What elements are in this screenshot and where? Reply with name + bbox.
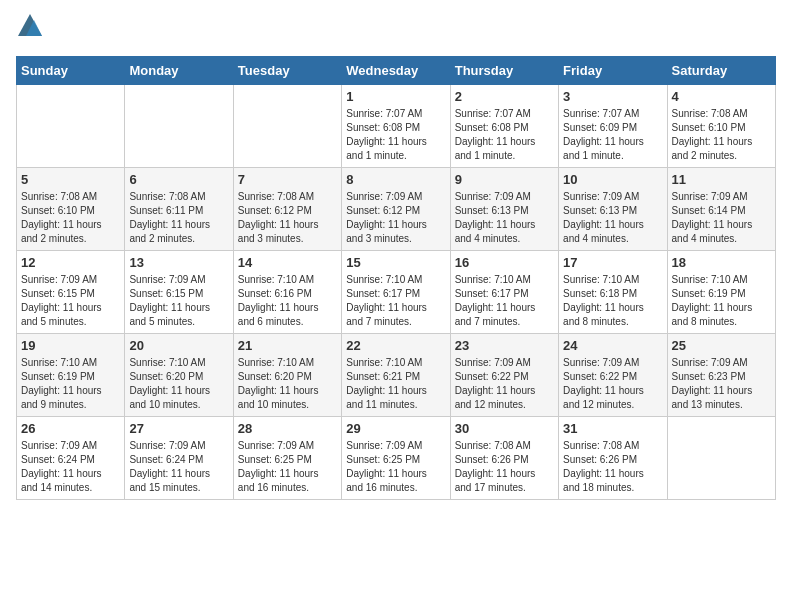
- page-header: [16, 16, 776, 44]
- day-number: 20: [129, 338, 228, 353]
- day-info: Sunrise: 7:08 AM Sunset: 6:12 PM Dayligh…: [238, 190, 337, 246]
- calendar-header-wednesday: Wednesday: [342, 57, 450, 85]
- calendar-cell: 14Sunrise: 7:10 AM Sunset: 6:16 PM Dayli…: [233, 251, 341, 334]
- day-number: 7: [238, 172, 337, 187]
- day-number: 31: [563, 421, 662, 436]
- day-info: Sunrise: 7:09 AM Sunset: 6:22 PM Dayligh…: [563, 356, 662, 412]
- day-number: 3: [563, 89, 662, 104]
- calendar-cell: 7Sunrise: 7:08 AM Sunset: 6:12 PM Daylig…: [233, 168, 341, 251]
- day-info: Sunrise: 7:09 AM Sunset: 6:24 PM Dayligh…: [21, 439, 120, 495]
- day-number: 27: [129, 421, 228, 436]
- calendar-cell: 12Sunrise: 7:09 AM Sunset: 6:15 PM Dayli…: [17, 251, 125, 334]
- day-info: Sunrise: 7:08 AM Sunset: 6:10 PM Dayligh…: [672, 107, 771, 163]
- day-number: 1: [346, 89, 445, 104]
- logo: [16, 16, 48, 44]
- calendar-cell: 11Sunrise: 7:09 AM Sunset: 6:14 PM Dayli…: [667, 168, 775, 251]
- day-number: 17: [563, 255, 662, 270]
- day-number: 28: [238, 421, 337, 436]
- calendar-cell: 28Sunrise: 7:09 AM Sunset: 6:25 PM Dayli…: [233, 417, 341, 500]
- calendar-cell: 25Sunrise: 7:09 AM Sunset: 6:23 PM Dayli…: [667, 334, 775, 417]
- day-info: Sunrise: 7:08 AM Sunset: 6:10 PM Dayligh…: [21, 190, 120, 246]
- calendar-header-tuesday: Tuesday: [233, 57, 341, 85]
- day-number: 9: [455, 172, 554, 187]
- calendar-cell: [17, 85, 125, 168]
- day-number: 10: [563, 172, 662, 187]
- calendar-week-row: 12Sunrise: 7:09 AM Sunset: 6:15 PM Dayli…: [17, 251, 776, 334]
- calendar-cell: 18Sunrise: 7:10 AM Sunset: 6:19 PM Dayli…: [667, 251, 775, 334]
- calendar-cell: [125, 85, 233, 168]
- day-info: Sunrise: 7:10 AM Sunset: 6:21 PM Dayligh…: [346, 356, 445, 412]
- calendar-cell: 2Sunrise: 7:07 AM Sunset: 6:08 PM Daylig…: [450, 85, 558, 168]
- day-info: Sunrise: 7:09 AM Sunset: 6:22 PM Dayligh…: [455, 356, 554, 412]
- day-number: 23: [455, 338, 554, 353]
- calendar-week-row: 1Sunrise: 7:07 AM Sunset: 6:08 PM Daylig…: [17, 85, 776, 168]
- day-number: 5: [21, 172, 120, 187]
- day-number: 25: [672, 338, 771, 353]
- calendar-header-row: SundayMondayTuesdayWednesdayThursdayFrid…: [17, 57, 776, 85]
- day-info: Sunrise: 7:09 AM Sunset: 6:25 PM Dayligh…: [346, 439, 445, 495]
- day-info: Sunrise: 7:07 AM Sunset: 6:09 PM Dayligh…: [563, 107, 662, 163]
- day-info: Sunrise: 7:09 AM Sunset: 6:25 PM Dayligh…: [238, 439, 337, 495]
- calendar-cell: 6Sunrise: 7:08 AM Sunset: 6:11 PM Daylig…: [125, 168, 233, 251]
- day-info: Sunrise: 7:10 AM Sunset: 6:20 PM Dayligh…: [238, 356, 337, 412]
- calendar-cell: 27Sunrise: 7:09 AM Sunset: 6:24 PM Dayli…: [125, 417, 233, 500]
- day-number: 29: [346, 421, 445, 436]
- day-info: Sunrise: 7:07 AM Sunset: 6:08 PM Dayligh…: [346, 107, 445, 163]
- calendar-cell: 3Sunrise: 7:07 AM Sunset: 6:09 PM Daylig…: [559, 85, 667, 168]
- calendar-cell: [667, 417, 775, 500]
- calendar-cell: 22Sunrise: 7:10 AM Sunset: 6:21 PM Dayli…: [342, 334, 450, 417]
- calendar-week-row: 26Sunrise: 7:09 AM Sunset: 6:24 PM Dayli…: [17, 417, 776, 500]
- calendar-week-row: 19Sunrise: 7:10 AM Sunset: 6:19 PM Dayli…: [17, 334, 776, 417]
- day-info: Sunrise: 7:08 AM Sunset: 6:11 PM Dayligh…: [129, 190, 228, 246]
- day-number: 18: [672, 255, 771, 270]
- day-number: 13: [129, 255, 228, 270]
- calendar-header-thursday: Thursday: [450, 57, 558, 85]
- day-number: 30: [455, 421, 554, 436]
- calendar-cell: 17Sunrise: 7:10 AM Sunset: 6:18 PM Dayli…: [559, 251, 667, 334]
- day-info: Sunrise: 7:08 AM Sunset: 6:26 PM Dayligh…: [455, 439, 554, 495]
- day-number: 6: [129, 172, 228, 187]
- day-number: 14: [238, 255, 337, 270]
- day-info: Sunrise: 7:09 AM Sunset: 6:12 PM Dayligh…: [346, 190, 445, 246]
- calendar-cell: 15Sunrise: 7:10 AM Sunset: 6:17 PM Dayli…: [342, 251, 450, 334]
- calendar-week-row: 5Sunrise: 7:08 AM Sunset: 6:10 PM Daylig…: [17, 168, 776, 251]
- calendar-cell: 16Sunrise: 7:10 AM Sunset: 6:17 PM Dayli…: [450, 251, 558, 334]
- calendar-cell: 8Sunrise: 7:09 AM Sunset: 6:12 PM Daylig…: [342, 168, 450, 251]
- day-number: 22: [346, 338, 445, 353]
- calendar-header-monday: Monday: [125, 57, 233, 85]
- day-number: 21: [238, 338, 337, 353]
- calendar-cell: 26Sunrise: 7:09 AM Sunset: 6:24 PM Dayli…: [17, 417, 125, 500]
- day-number: 26: [21, 421, 120, 436]
- day-info: Sunrise: 7:09 AM Sunset: 6:13 PM Dayligh…: [455, 190, 554, 246]
- day-info: Sunrise: 7:09 AM Sunset: 6:15 PM Dayligh…: [129, 273, 228, 329]
- calendar-cell: 23Sunrise: 7:09 AM Sunset: 6:22 PM Dayli…: [450, 334, 558, 417]
- day-info: Sunrise: 7:08 AM Sunset: 6:26 PM Dayligh…: [563, 439, 662, 495]
- day-info: Sunrise: 7:10 AM Sunset: 6:16 PM Dayligh…: [238, 273, 337, 329]
- day-info: Sunrise: 7:09 AM Sunset: 6:23 PM Dayligh…: [672, 356, 771, 412]
- calendar-header-saturday: Saturday: [667, 57, 775, 85]
- calendar-cell: 19Sunrise: 7:10 AM Sunset: 6:19 PM Dayli…: [17, 334, 125, 417]
- day-info: Sunrise: 7:10 AM Sunset: 6:20 PM Dayligh…: [129, 356, 228, 412]
- day-number: 16: [455, 255, 554, 270]
- calendar-header-friday: Friday: [559, 57, 667, 85]
- day-number: 2: [455, 89, 554, 104]
- calendar-cell: 13Sunrise: 7:09 AM Sunset: 6:15 PM Dayli…: [125, 251, 233, 334]
- calendar-cell: 4Sunrise: 7:08 AM Sunset: 6:10 PM Daylig…: [667, 85, 775, 168]
- day-info: Sunrise: 7:07 AM Sunset: 6:08 PM Dayligh…: [455, 107, 554, 163]
- day-info: Sunrise: 7:10 AM Sunset: 6:17 PM Dayligh…: [455, 273, 554, 329]
- calendar-table: SundayMondayTuesdayWednesdayThursdayFrid…: [16, 56, 776, 500]
- calendar-cell: 29Sunrise: 7:09 AM Sunset: 6:25 PM Dayli…: [342, 417, 450, 500]
- day-info: Sunrise: 7:09 AM Sunset: 6:14 PM Dayligh…: [672, 190, 771, 246]
- day-info: Sunrise: 7:10 AM Sunset: 6:19 PM Dayligh…: [672, 273, 771, 329]
- calendar-cell: [233, 85, 341, 168]
- day-number: 15: [346, 255, 445, 270]
- logo-icon: [16, 12, 44, 40]
- day-number: 19: [21, 338, 120, 353]
- day-number: 4: [672, 89, 771, 104]
- day-info: Sunrise: 7:10 AM Sunset: 6:18 PM Dayligh…: [563, 273, 662, 329]
- calendar-cell: 31Sunrise: 7:08 AM Sunset: 6:26 PM Dayli…: [559, 417, 667, 500]
- day-info: Sunrise: 7:09 AM Sunset: 6:13 PM Dayligh…: [563, 190, 662, 246]
- day-info: Sunrise: 7:10 AM Sunset: 6:19 PM Dayligh…: [21, 356, 120, 412]
- calendar-cell: 24Sunrise: 7:09 AM Sunset: 6:22 PM Dayli…: [559, 334, 667, 417]
- calendar-cell: 5Sunrise: 7:08 AM Sunset: 6:10 PM Daylig…: [17, 168, 125, 251]
